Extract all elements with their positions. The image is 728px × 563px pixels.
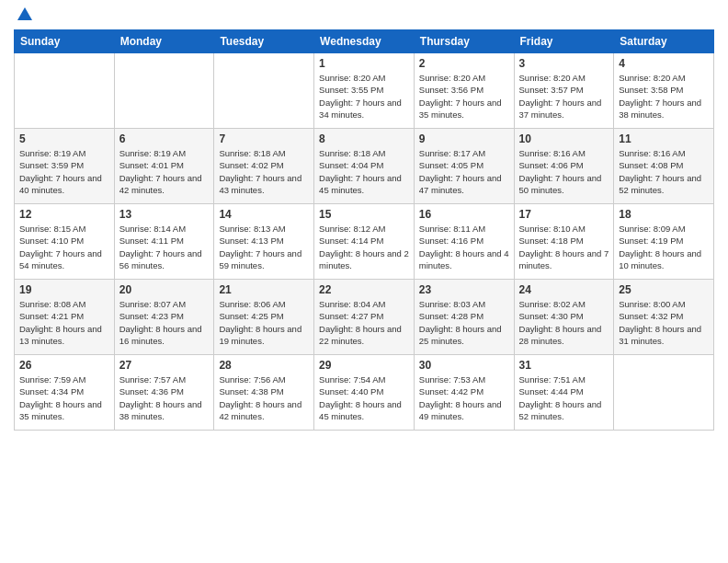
day-number: 1 bbox=[319, 57, 409, 70]
day-info: Sunrise: 7:53 AM Sunset: 4:42 PM Dayligh… bbox=[419, 373, 509, 422]
calendar-cell: 4Sunrise: 8:20 AM Sunset: 3:58 PM Daylig… bbox=[614, 53, 714, 129]
day-number: 14 bbox=[219, 208, 309, 221]
day-info: Sunrise: 8:08 AM Sunset: 4:21 PM Dayligh… bbox=[19, 298, 109, 347]
weekday-header-saturday: Saturday bbox=[614, 30, 714, 53]
day-number: 7 bbox=[219, 132, 309, 145]
calendar-cell: 6Sunrise: 8:19 AM Sunset: 4:01 PM Daylig… bbox=[114, 129, 214, 204]
day-info: Sunrise: 8:14 AM Sunset: 4:11 PM Dayligh… bbox=[119, 223, 210, 271]
calendar-week-4: 19Sunrise: 8:08 AM Sunset: 4:21 PM Dayli… bbox=[15, 280, 714, 355]
day-info: Sunrise: 8:18 AM Sunset: 4:04 PM Dayligh… bbox=[319, 147, 409, 196]
day-info: Sunrise: 8:20 AM Sunset: 3:55 PM Dayligh… bbox=[319, 72, 409, 121]
calendar-cell: 26Sunrise: 7:59 AM Sunset: 4:34 PM Dayli… bbox=[15, 355, 115, 431]
day-number: 28 bbox=[219, 359, 309, 372]
calendar-cell: 24Sunrise: 8:02 AM Sunset: 4:30 PM Dayli… bbox=[514, 280, 614, 355]
calendar-cell: 14Sunrise: 8:13 AM Sunset: 4:13 PM Dayli… bbox=[214, 204, 314, 280]
day-number: 8 bbox=[319, 132, 409, 145]
day-info: Sunrise: 8:19 AM Sunset: 3:59 PM Dayligh… bbox=[19, 147, 109, 196]
day-number: 30 bbox=[419, 359, 509, 372]
calendar-cell: 12Sunrise: 8:15 AM Sunset: 4:10 PM Dayli… bbox=[15, 204, 115, 280]
calendar-week-2: 5Sunrise: 8:19 AM Sunset: 3:59 PM Daylig… bbox=[15, 129, 714, 204]
calendar-cell: 8Sunrise: 8:18 AM Sunset: 4:04 PM Daylig… bbox=[314, 129, 415, 204]
day-info: Sunrise: 7:56 AM Sunset: 4:38 PM Dayligh… bbox=[219, 373, 309, 422]
page: SundayMondayTuesdayWednesdayThursdayFrid… bbox=[0, 0, 728, 563]
day-number: 27 bbox=[119, 359, 210, 372]
day-info: Sunrise: 7:51 AM Sunset: 4:44 PM Dayligh… bbox=[519, 373, 609, 422]
calendar-cell: 27Sunrise: 7:57 AM Sunset: 4:36 PM Dayli… bbox=[114, 355, 214, 431]
weekday-header-monday: Monday bbox=[114, 30, 214, 53]
calendar-cell: 17Sunrise: 8:10 AM Sunset: 4:18 PM Dayli… bbox=[514, 204, 614, 280]
calendar-cell: 5Sunrise: 8:19 AM Sunset: 3:59 PM Daylig… bbox=[15, 129, 115, 204]
day-info: Sunrise: 8:19 AM Sunset: 4:01 PM Dayligh… bbox=[119, 147, 210, 196]
day-info: Sunrise: 8:20 AM Sunset: 3:57 PM Dayligh… bbox=[519, 72, 609, 121]
logo bbox=[14, 9, 34, 24]
day-info: Sunrise: 8:02 AM Sunset: 4:30 PM Dayligh… bbox=[519, 298, 609, 347]
day-number: 17 bbox=[519, 208, 609, 221]
day-info: Sunrise: 8:12 AM Sunset: 4:14 PM Dayligh… bbox=[319, 223, 409, 271]
calendar-cell: 2Sunrise: 8:20 AM Sunset: 3:56 PM Daylig… bbox=[414, 53, 514, 129]
calendar-cell bbox=[15, 53, 115, 129]
calendar-cell: 15Sunrise: 8:12 AM Sunset: 4:14 PM Dayli… bbox=[314, 204, 415, 280]
calendar-cell: 16Sunrise: 8:11 AM Sunset: 4:16 PM Dayli… bbox=[414, 204, 514, 280]
day-number: 12 bbox=[19, 208, 109, 221]
day-number: 25 bbox=[619, 283, 709, 296]
calendar-cell: 20Sunrise: 8:07 AM Sunset: 4:23 PM Dayli… bbox=[114, 280, 214, 355]
day-number: 31 bbox=[519, 359, 609, 372]
day-number: 6 bbox=[119, 132, 210, 145]
day-number: 29 bbox=[319, 359, 409, 372]
day-info: Sunrise: 8:11 AM Sunset: 4:16 PM Dayligh… bbox=[419, 223, 509, 271]
day-number: 16 bbox=[419, 208, 509, 221]
day-number: 3 bbox=[519, 57, 609, 70]
day-info: Sunrise: 8:04 AM Sunset: 4:27 PM Dayligh… bbox=[319, 298, 409, 347]
day-number: 4 bbox=[619, 57, 709, 70]
calendar-cell: 21Sunrise: 8:06 AM Sunset: 4:25 PM Dayli… bbox=[214, 280, 314, 355]
calendar-cell: 23Sunrise: 8:03 AM Sunset: 4:28 PM Dayli… bbox=[414, 280, 514, 355]
day-number: 9 bbox=[419, 132, 509, 145]
day-info: Sunrise: 8:10 AM Sunset: 4:18 PM Dayligh… bbox=[519, 223, 609, 271]
calendar-cell: 29Sunrise: 7:54 AM Sunset: 4:40 PM Dayli… bbox=[314, 355, 415, 431]
day-info: Sunrise: 8:18 AM Sunset: 4:02 PM Dayligh… bbox=[219, 147, 309, 196]
calendar-cell: 25Sunrise: 8:00 AM Sunset: 4:32 PM Dayli… bbox=[614, 280, 714, 355]
day-info: Sunrise: 7:57 AM Sunset: 4:36 PM Dayligh… bbox=[119, 373, 210, 422]
weekday-header-sunday: Sunday bbox=[15, 30, 115, 53]
day-info: Sunrise: 8:16 AM Sunset: 4:06 PM Dayligh… bbox=[519, 147, 609, 196]
day-info: Sunrise: 8:07 AM Sunset: 4:23 PM Dayligh… bbox=[119, 298, 210, 347]
day-number: 13 bbox=[119, 208, 210, 221]
day-number: 26 bbox=[19, 359, 109, 372]
calendar-cell: 7Sunrise: 8:18 AM Sunset: 4:02 PM Daylig… bbox=[214, 129, 314, 204]
weekday-header-friday: Friday bbox=[514, 30, 614, 53]
calendar-week-3: 12Sunrise: 8:15 AM Sunset: 4:10 PM Dayli… bbox=[15, 204, 714, 280]
day-info: Sunrise: 8:15 AM Sunset: 4:10 PM Dayligh… bbox=[19, 223, 109, 271]
calendar-cell bbox=[214, 53, 314, 129]
day-number: 24 bbox=[519, 283, 609, 296]
day-number: 10 bbox=[519, 132, 609, 145]
day-info: Sunrise: 8:13 AM Sunset: 4:13 PM Dayligh… bbox=[219, 223, 309, 271]
day-info: Sunrise: 8:20 AM Sunset: 3:58 PM Dayligh… bbox=[619, 72, 709, 121]
weekday-header-thursday: Thursday bbox=[414, 30, 514, 53]
calendar-cell: 18Sunrise: 8:09 AM Sunset: 4:19 PM Dayli… bbox=[614, 204, 714, 280]
calendar-cell: 13Sunrise: 8:14 AM Sunset: 4:11 PM Dayli… bbox=[114, 204, 214, 280]
day-number: 19 bbox=[19, 283, 109, 296]
calendar-cell: 19Sunrise: 8:08 AM Sunset: 4:21 PM Dayli… bbox=[15, 280, 115, 355]
day-info: Sunrise: 7:59 AM Sunset: 4:34 PM Dayligh… bbox=[19, 373, 109, 422]
calendar-header-row: SundayMondayTuesdayWednesdayThursdayFrid… bbox=[15, 30, 714, 53]
day-info: Sunrise: 8:06 AM Sunset: 4:25 PM Dayligh… bbox=[219, 298, 309, 347]
calendar-cell: 28Sunrise: 7:56 AM Sunset: 4:38 PM Dayli… bbox=[214, 355, 314, 431]
day-number: 11 bbox=[619, 132, 709, 145]
day-info: Sunrise: 8:17 AM Sunset: 4:05 PM Dayligh… bbox=[419, 147, 509, 196]
day-info: Sunrise: 8:20 AM Sunset: 3:56 PM Dayligh… bbox=[419, 72, 509, 121]
day-info: Sunrise: 7:54 AM Sunset: 4:40 PM Dayligh… bbox=[319, 373, 409, 422]
calendar-cell: 31Sunrise: 7:51 AM Sunset: 4:44 PM Dayli… bbox=[514, 355, 614, 431]
day-number: 5 bbox=[19, 132, 109, 145]
calendar-week-5: 26Sunrise: 7:59 AM Sunset: 4:34 PM Dayli… bbox=[15, 355, 714, 431]
day-number: 22 bbox=[319, 283, 409, 296]
day-number: 15 bbox=[319, 208, 409, 221]
calendar-cell: 22Sunrise: 8:04 AM Sunset: 4:27 PM Dayli… bbox=[314, 280, 415, 355]
day-number: 23 bbox=[419, 283, 509, 296]
day-number: 21 bbox=[219, 283, 309, 296]
weekday-header-tuesday: Tuesday bbox=[214, 30, 314, 53]
calendar-cell: 3Sunrise: 8:20 AM Sunset: 3:57 PM Daylig… bbox=[514, 53, 614, 129]
calendar-cell: 30Sunrise: 7:53 AM Sunset: 4:42 PM Dayli… bbox=[414, 355, 514, 431]
day-info: Sunrise: 8:09 AM Sunset: 4:19 PM Dayligh… bbox=[619, 223, 709, 271]
calendar-cell: 9Sunrise: 8:17 AM Sunset: 4:05 PM Daylig… bbox=[414, 129, 514, 204]
day-number: 2 bbox=[419, 57, 509, 70]
